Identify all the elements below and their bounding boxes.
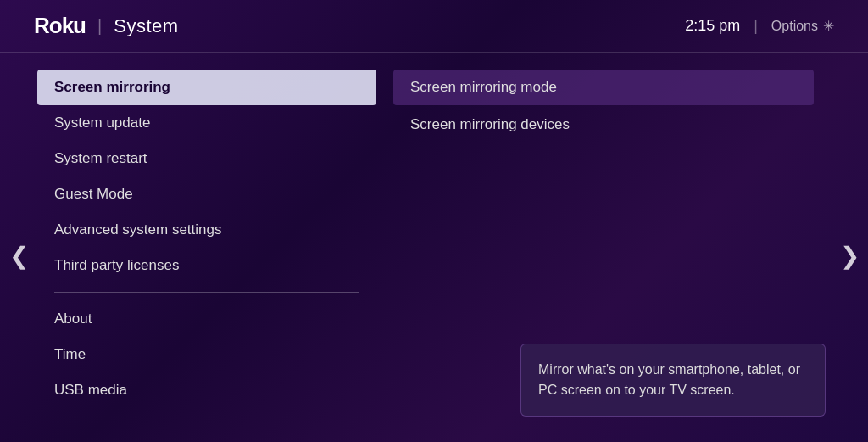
- arrow-right-icon: ❯: [840, 242, 860, 270]
- options-icon: ✳: [823, 18, 834, 34]
- header: Roku | System 2:15 pm | Options ✳: [0, 0, 868, 53]
- menu-item-guest-mode[interactable]: Guest Mode: [37, 176, 376, 212]
- right-nav-arrow[interactable]: ❯: [831, 53, 868, 442]
- submenu-item-screen-mirroring-devices[interactable]: Screen mirroring devices: [393, 107, 814, 143]
- menu-item-third-party-licenses[interactable]: Third party licenses: [37, 248, 376, 283]
- clock: 2:15 pm: [685, 17, 740, 35]
- description-box: Mirror what's on your smartphone, tablet…: [520, 344, 826, 417]
- arrow-left-icon: ❮: [9, 242, 29, 270]
- left-menu: Screen mirroring System update System re…: [37, 53, 376, 442]
- menu-item-about[interactable]: About: [37, 301, 376, 337]
- menu-item-system-restart[interactable]: System restart: [37, 141, 376, 176]
- description-text: Mirror what's on your smartphone, tablet…: [538, 362, 800, 397]
- menu-divider: [54, 292, 359, 293]
- menu-item-screen-mirroring[interactable]: Screen mirroring: [37, 70, 376, 105]
- roku-logo: Roku: [34, 13, 86, 39]
- submenu-item-screen-mirroring-mode[interactable]: Screen mirroring mode: [393, 70, 814, 105]
- header-title: System: [114, 15, 178, 37]
- header-divider: |: [97, 16, 102, 36]
- left-nav-arrow[interactable]: ❮: [0, 53, 37, 442]
- header-right: 2:15 pm | Options ✳: [685, 17, 834, 35]
- menu-item-advanced-system-settings[interactable]: Advanced system settings: [37, 212, 376, 248]
- menu-item-usb-media[interactable]: USB media: [37, 372, 376, 408]
- options-button[interactable]: Options ✳: [771, 18, 834, 34]
- menu-item-system-update[interactable]: System update: [37, 105, 376, 141]
- header-right-divider: |: [754, 17, 758, 35]
- main-content: ❮ Screen mirroring System update System …: [0, 53, 868, 442]
- options-label: Options: [771, 19, 818, 34]
- menu-item-time[interactable]: Time: [37, 337, 376, 372]
